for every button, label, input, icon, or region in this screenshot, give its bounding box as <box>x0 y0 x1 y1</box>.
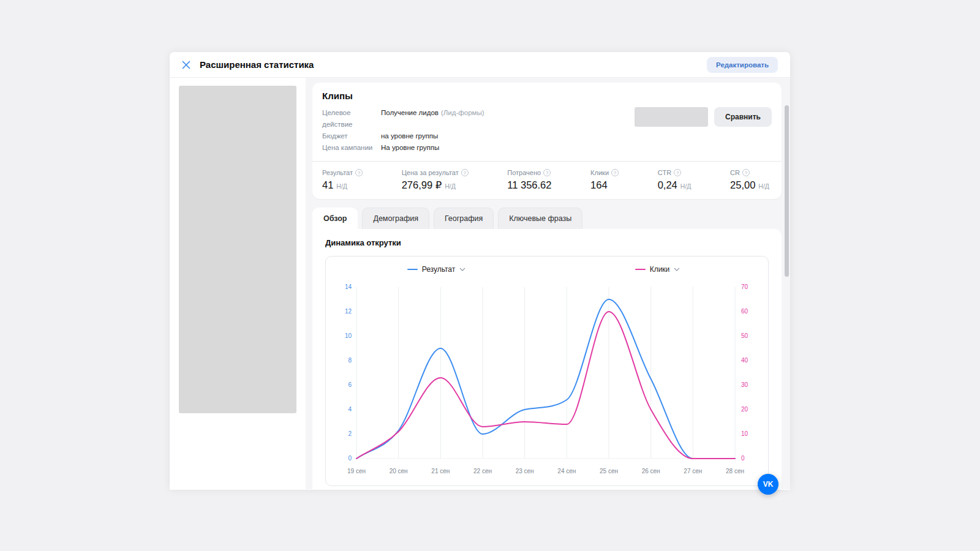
stat-cr: CR? 25,00Н/Д <box>730 169 769 191</box>
stat-label: Клики <box>590 169 609 176</box>
svg-text:22 сен: 22 сен <box>473 468 492 474</box>
modal-header: Расширенная статистика Редактировать <box>170 52 790 78</box>
legend-item-result[interactable]: Результат <box>407 265 466 274</box>
stat-value: 25,00 <box>730 179 755 191</box>
field-value-secondary: (Лид-формы) <box>441 107 484 130</box>
svg-text:50: 50 <box>741 332 748 339</box>
svg-text:27 сен: 27 сен <box>684 468 702 474</box>
line-chart: 0246810121401020304050607019 сен20 сен21… <box>328 279 766 481</box>
campaign-field-budget: Бюджет на уровне группы <box>322 130 484 142</box>
tab-demography[interactable]: Демография <box>362 208 429 229</box>
modal-body: Клипы Целевое действие Получение лидов (… <box>170 78 790 489</box>
campaign-card: Клипы Целевое действие Получение лидов (… <box>312 83 782 199</box>
stat-label: CR <box>730 169 740 176</box>
stat-label: CTR <box>658 169 672 176</box>
overview-panel: Динамика открутки Результат <box>312 229 782 489</box>
svg-text:10: 10 <box>741 430 748 437</box>
stat-value: 11 356.62 <box>507 179 551 191</box>
help-icon[interactable]: ? <box>543 169 551 176</box>
redacted-value-block <box>635 107 708 127</box>
legend-swatch-clicks <box>635 269 646 270</box>
stat-clicks: Клики? 164 <box>590 169 619 191</box>
legend-half-left: Результат <box>326 265 547 274</box>
stat-spent: Потрачено? 11 356.62 <box>507 169 551 191</box>
svg-text:4: 4 <box>348 406 352 413</box>
scrollbar-thumb[interactable] <box>785 105 789 277</box>
svg-text:14: 14 <box>345 283 352 290</box>
svg-text:28 сен: 28 сен <box>726 468 744 474</box>
svg-text:26 сен: 26 сен <box>642 468 660 474</box>
modal-title: Расширенная статистика <box>200 59 314 70</box>
stats-row: Результат? 41Н/Д Цена за результат? 276,… <box>322 169 772 191</box>
svg-text:6: 6 <box>348 381 352 388</box>
content-area: Клипы Целевое действие Получение лидов (… <box>306 78 790 489</box>
svg-text:10: 10 <box>345 332 352 339</box>
field-label: Целевое действие <box>322 107 381 130</box>
stat-suffix: Н/Д <box>758 182 769 190</box>
svg-text:8: 8 <box>348 357 352 364</box>
svg-text:12: 12 <box>345 308 352 315</box>
help-icon[interactable]: ? <box>461 169 469 176</box>
chart-legend: Результат Клики <box>326 261 768 277</box>
stat-label: Потрачено <box>507 169 541 176</box>
help-icon[interactable]: ? <box>742 169 750 176</box>
stat-suffix: Н/Д <box>445 182 456 190</box>
svg-text:21 сен: 21 сен <box>431 468 450 474</box>
svg-text:0: 0 <box>348 455 352 462</box>
compare-button[interactable]: Сравнить <box>714 107 772 127</box>
svg-text:23 сен: 23 сен <box>516 468 534 474</box>
edit-button[interactable]: Редактировать <box>707 57 778 73</box>
stat-value: 276,99 ₽ <box>402 179 442 191</box>
field-value: На уровне группы <box>381 142 439 154</box>
svg-text:40: 40 <box>741 357 748 364</box>
legend-label: Клики <box>650 265 670 274</box>
section-title: Динамика открутки <box>325 238 769 247</box>
stat-suffix: Н/Д <box>680 182 692 190</box>
chart-card: Результат Клики 024681012140 <box>325 256 769 486</box>
sidebar <box>170 78 306 489</box>
stat-label: Результат <box>322 169 353 176</box>
chevron-down-icon <box>459 268 466 271</box>
field-value: на уровне группы <box>381 130 438 142</box>
svg-text:70: 70 <box>741 283 748 290</box>
vk-logo-button[interactable]: VK <box>758 474 778 495</box>
help-icon[interactable]: ? <box>355 169 363 176</box>
tab-geography[interactable]: География <box>434 208 494 229</box>
stat-value: 41 <box>322 179 333 191</box>
help-icon[interactable]: ? <box>674 169 681 176</box>
campaign-actions: Сравнить <box>635 107 772 127</box>
stat-result: Результат? 41Н/Д <box>322 169 363 191</box>
field-label: Бюджет <box>322 130 381 142</box>
campaign-field-action: Целевое действие Получение лидов (Лид-фо… <box>322 107 484 130</box>
tab-keywords[interactable]: Ключевые фразы <box>498 208 582 229</box>
tabs-bar: Обзор Демография География Ключевые фраз… <box>312 208 782 229</box>
campaign-top: Клипы Целевое действие Получение лидов (… <box>322 91 772 154</box>
campaign-info: Клипы Целевое действие Получение лидов (… <box>322 91 484 154</box>
stat-ctr: CTR? 0,24Н/Д <box>658 169 692 191</box>
svg-text:19 сен: 19 сен <box>347 468 366 474</box>
stat-value: 164 <box>590 179 608 191</box>
svg-text:24 сен: 24 сен <box>557 468 576 474</box>
svg-text:2: 2 <box>348 430 352 437</box>
svg-text:60: 60 <box>741 308 748 315</box>
campaign-name: Клипы <box>322 91 484 101</box>
stat-value: 0,24 <box>658 179 677 191</box>
stat-suffix: Н/Д <box>336 182 347 190</box>
legend-half-right: Клики <box>547 265 768 274</box>
svg-text:0: 0 <box>741 455 745 462</box>
svg-text:30: 30 <box>741 381 748 388</box>
field-label: Цена кампании <box>322 142 381 154</box>
tab-overview[interactable]: Обзор <box>312 208 358 229</box>
svg-text:25 сен: 25 сен <box>600 468 618 474</box>
field-value: Получение лидов <box>381 107 439 130</box>
card-divider <box>312 161 782 162</box>
help-icon[interactable]: ? <box>611 169 619 176</box>
legend-label: Результат <box>422 265 456 274</box>
chevron-down-icon <box>674 268 680 271</box>
svg-text:20: 20 <box>741 406 748 413</box>
stat-label: Цена за результат <box>402 169 459 176</box>
legend-item-clicks[interactable]: Клики <box>635 265 680 274</box>
legend-swatch-result <box>407 269 418 270</box>
extended-stats-modal: Расширенная статистика Редактировать Кли… <box>170 52 790 490</box>
close-icon[interactable] <box>181 59 192 70</box>
